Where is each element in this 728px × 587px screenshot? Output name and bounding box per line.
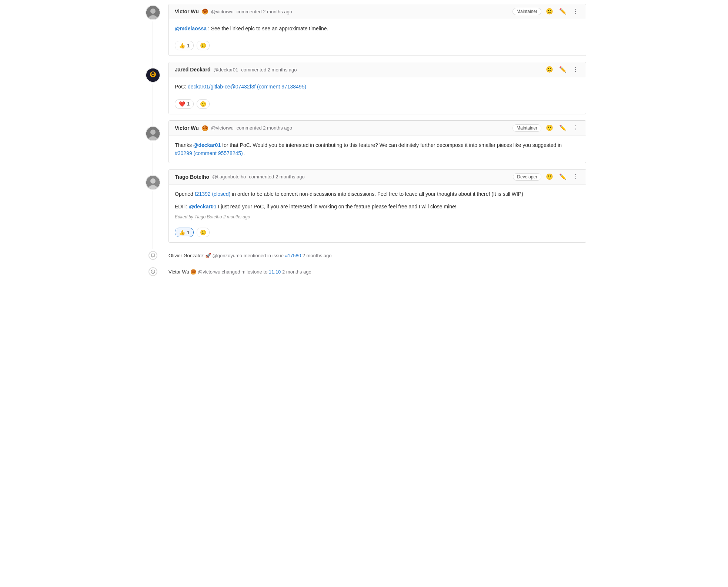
avatar — [146, 175, 160, 190]
comment-meta: commented 2 months ago — [237, 125, 292, 131]
reactions-row-2: ❤️ 1 🙂 — [169, 96, 586, 114]
emoji-reaction-button[interactable]: 🙂 — [544, 8, 555, 15]
thumbs-up-reaction-active[interactable]: 👍 1 — [175, 228, 194, 237]
add-reaction-button[interactable]: 🙂 — [197, 99, 210, 109]
event-action-2: changed milestone to — [222, 269, 269, 275]
comment-text-line2: EDIT: @deckar01 I just read your PoC, if… — [175, 202, 580, 211]
comment-username: @victorwu — [211, 125, 234, 131]
more-options-button[interactable]: ⋮ — [571, 66, 580, 73]
chat-icon — [148, 251, 157, 260]
role-badge: Developer — [513, 173, 541, 181]
mention-link[interactable]: @mdelaossa — [175, 26, 207, 31]
comment-username: @deckar01 — [214, 67, 238, 73]
edit-button[interactable]: ✏️ — [558, 8, 568, 15]
reaction-emoji: ❤️ — [179, 101, 185, 107]
author-name: Victor Wu — [175, 9, 199, 14]
comment-meta: commented 2 months ago — [241, 67, 297, 73]
edit-button[interactable]: ✏️ — [558, 173, 568, 181]
thumbs-up-reaction[interactable]: 👍 1 — [175, 41, 194, 50]
event-text-2: Victor Wu 🥮 @victorwu changed milestone … — [168, 268, 311, 276]
comment-box-4: Tiago Botelho @tiagonbotelho commented 2… — [168, 169, 586, 243]
timeline-col-4 — [142, 169, 164, 249]
issue-link-30299[interactable]: #30299 (comment 95578245) — [175, 150, 243, 156]
comment-box-3: Victor Wu 🥮 @victorwu commented 2 months… — [168, 120, 586, 163]
author-emoji: 🥮 — [202, 9, 208, 14]
event-text-1: Olivier Gonzalez 🚀 @gonzoyumo mentioned … — [168, 252, 331, 259]
text-after-link: in order to be able to convert non-discu… — [232, 191, 523, 197]
timeline-event-1: Olivier Gonzalez 🚀 @gonzoyumo mentioned … — [142, 249, 586, 262]
reactions-row-4: 👍 1 🙂 — [169, 225, 586, 242]
comment-text-line1: Opened !21392 (closed) in order to be ab… — [175, 190, 580, 198]
avatar — [146, 68, 160, 83]
emoji-reaction-button[interactable]: 🙂 — [544, 124, 555, 132]
poc-link[interactable]: deckar01/gitlab-ce@07432f3f (comment 971… — [188, 84, 306, 90]
event-author: Olivier Gonzalez 🚀 — [168, 253, 211, 258]
comment-username: @victorwu — [211, 9, 234, 14]
comment-header-3: Victor Wu 🥮 @victorwu commented 2 months… — [169, 121, 586, 136]
more-options-button[interactable]: ⋮ — [571, 173, 580, 181]
reaction-count: 1 — [187, 230, 190, 235]
svg-point-12 — [150, 178, 156, 184]
reaction-emoji: 👍 — [179, 43, 185, 48]
comment-text: Thanks @deckar01 for that PoC. Would you… — [175, 141, 580, 158]
author-emoji: 🥮 — [202, 125, 208, 131]
event-time-2: 2 months ago — [282, 269, 311, 275]
emoji-reaction-button[interactable]: 🙂 — [544, 173, 555, 181]
comment-box-2: Jared Deckard @deckar01 commented 2 mont… — [168, 62, 586, 114]
comment-body-3: Thanks @deckar01 for that PoC. Would you… — [169, 136, 586, 163]
comment-thread: Victor Wu 🥮 @victorwu commented 2 months… — [142, 4, 586, 278]
text-end: . — [244, 150, 246, 156]
comment-username: @tiagonbotelho — [212, 174, 246, 180]
timeline-col-1 — [142, 4, 164, 62]
author-name: Victor Wu — [175, 125, 199, 131]
edited-note: Edited by Tiago Botelho 2 months ago — [175, 214, 580, 219]
issue-link-21392[interactable]: !21392 (closed) — [195, 191, 231, 197]
author-name: Tiago Botelho — [175, 174, 209, 180]
comment-header-4: Tiago Botelho @tiagonbotelho commented 2… — [169, 170, 586, 185]
svg-point-9 — [150, 130, 156, 135]
reactions-row-1: 👍 1 🙂 — [169, 38, 586, 56]
timeline-col-2 — [142, 62, 164, 120]
reaction-count: 1 — [187, 101, 190, 107]
add-reaction-button[interactable]: 🙂 — [197, 228, 210, 237]
comment-text: PoC: deckar01/gitlab-ce@07432f3f (commen… — [175, 83, 580, 91]
comment-header-1: Victor Wu 🥮 @victorwu commented 2 months… — [169, 4, 586, 19]
role-badge: Maintainer — [512, 124, 541, 132]
svg-point-7 — [152, 74, 154, 75]
comment-header-2: Jared Deckard @deckar01 commented 2 mont… — [169, 62, 586, 77]
event-username: @gonzoyumo — [213, 253, 244, 258]
comment-box-1: Victor Wu 🥮 @victorwu commented 2 months… — [168, 4, 586, 56]
mention-deckar01[interactable]: @deckar01 — [193, 142, 221, 148]
milestone-link[interactable]: 11.10 — [269, 269, 281, 275]
more-options-button[interactable]: ⋮ — [571, 124, 580, 132]
svg-point-1 — [150, 9, 156, 14]
event-username-2: @victorwu — [198, 269, 222, 275]
comment-text-after: : See the linked epic to see an approxim… — [208, 26, 328, 31]
event-author-2: Victor Wu 🥮 — [168, 269, 196, 275]
text-opened: Opened — [175, 191, 195, 197]
event-time: 2 months ago — [303, 253, 332, 258]
timeline-icon-col — [142, 251, 164, 260]
timeline-event-2: Victor Wu 🥮 @victorwu changed milestone … — [142, 265, 586, 278]
edit-button[interactable]: ✏️ — [558, 66, 568, 73]
author-name: Jared Deckard — [175, 67, 211, 73]
comment-body-4: Opened !21392 (closed) in order to be ab… — [169, 185, 586, 225]
reaction-count: 1 — [187, 43, 190, 48]
event-issue-link[interactable]: #17580 — [285, 253, 301, 258]
avatar — [146, 5, 160, 20]
event-action: mentioned in issue — [244, 253, 285, 258]
mention-deckar01-2[interactable]: @deckar01 — [189, 204, 216, 209]
more-options-button[interactable]: ⋮ — [571, 8, 580, 15]
avatar — [146, 126, 160, 141]
edit-button[interactable]: ✏️ — [558, 124, 568, 132]
comment-meta: commented 2 months ago — [237, 9, 292, 14]
heart-reaction[interactable]: ❤️ 1 — [175, 99, 194, 109]
add-reaction-button[interactable]: 🙂 — [197, 41, 210, 50]
emoji-reaction-button[interactable]: 🙂 — [544, 66, 555, 73]
text-edit-content: I just read your PoC, if you are interes… — [218, 204, 456, 209]
comment-text: @mdelaossa : See the linked epic to see … — [175, 24, 580, 33]
timeline-icon-col-2 — [142, 267, 164, 276]
comment-body-1: @mdelaossa : See the linked epic to see … — [169, 19, 586, 38]
role-badge: Maintainer — [512, 8, 541, 15]
reaction-emoji: 👍 — [179, 229, 185, 235]
